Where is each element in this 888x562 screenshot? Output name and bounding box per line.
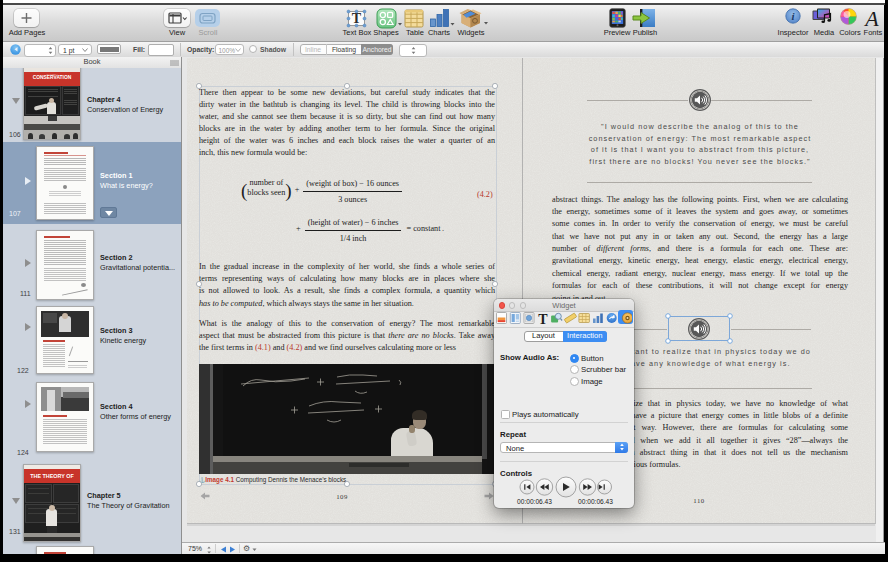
- svg-text:T: T: [352, 11, 362, 26]
- svg-text:T: T: [538, 312, 548, 327]
